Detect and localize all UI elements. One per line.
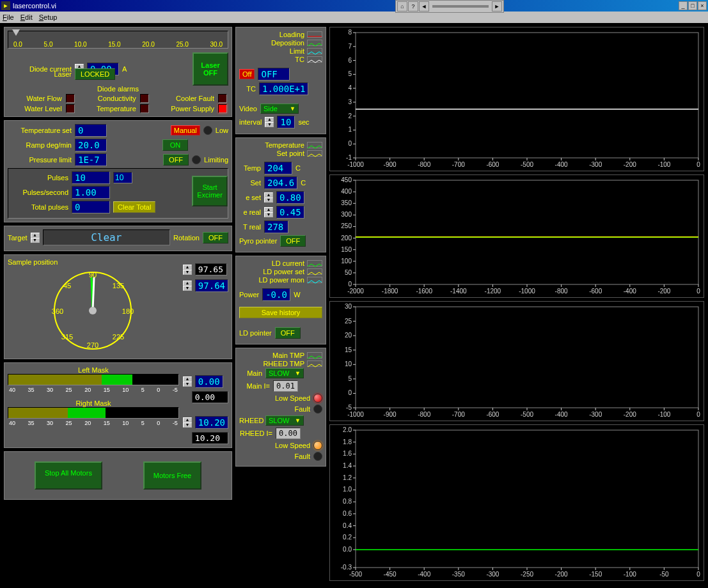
svg-text:-700: -700 [452,411,465,418]
loading-legend-panel: Loading Deposition Limit TC OffOFF TC1.0… [235,27,326,134]
tmp-panel: Main TMP RHEED TMP MainSLOW Main I=0.01 … [235,348,326,467]
motors-free-button[interactable]: Motors Free [143,461,201,490]
interval-stepper[interactable]: ▲▼ [265,117,274,127]
laser-off-button[interactable]: Laser OFF [193,52,228,86]
angle-gauge[interactable]: 9045135 360180 315225270 [48,266,138,355]
pulses-value[interactable]: 10 [72,171,110,184]
svg-point-11 [89,307,97,314]
svg-rect-138 [356,430,698,568]
right-mask-stepper[interactable]: ▲▼ [183,417,192,428]
ld-chart[interactable]: -5051015202530-1000-900-800-700-600-500-… [329,301,704,421]
eset-stepper[interactable]: ▲▼ [264,192,273,203]
eset-value[interactable]: 0.80 [276,191,304,204]
pos2-stepper[interactable]: ▲▼ [183,281,192,291]
off-button[interactable]: Off [239,69,255,79]
svg-text:15: 15 [345,346,352,353]
svg-rect-13 [356,33,698,158]
save-history-button[interactable]: Save history [239,307,322,318]
interval-value[interactable]: 10 [277,116,295,128]
svg-text:180: 180 [122,307,134,315]
svg-text:400: 400 [341,188,352,195]
prev-icon[interactable]: ◄ [419,1,429,12]
video-select[interactable]: Side [260,104,299,114]
target-value[interactable]: Clear [43,229,170,245]
right-mask-val1[interactable]: 10.20 [195,416,228,429]
temp-set-value[interactable]: 0 [75,124,107,137]
svg-text:1.2: 1.2 [343,474,352,481]
ramp-on-button[interactable]: ON [162,139,188,151]
left-mask-stepper[interactable]: ▲▼ [183,376,192,387]
minimize-button[interactable]: _ [679,1,688,10]
pos1-stepper[interactable]: ▲▼ [183,265,192,275]
target-stepper[interactable]: ▲▼ [31,233,40,243]
start-excimer-button[interactable]: Start Excimer [192,176,228,206]
rheed-select[interactable]: SLOW [265,415,304,426]
legend-deposition: Deposition [271,39,304,47]
pps-value[interactable]: 1.00 [72,186,110,199]
ramp-value[interactable]: 20.0 [75,139,107,151]
svg-text:-800: -800 [555,288,568,295]
tool-icon[interactable]: ⌂ [397,1,407,12]
set-value: 204.6 [264,176,297,189]
low-led [203,126,212,135]
legend-limit: Limit [290,47,304,55]
svg-text:-300: -300 [589,411,602,418]
pyro-button[interactable]: OFF [280,235,306,247]
left-mask-val1[interactable]: 0.00 [195,375,223,388]
video-label: Video [239,105,257,112]
svg-text:0.4: 0.4 [343,522,352,529]
slider-thumb-icon[interactable] [12,29,20,36]
left-mask-bar[interactable] [8,374,179,385]
main-low-speed-led [313,394,322,403]
legend-tc: TC [295,56,304,63]
help-icon[interactable]: ? [408,1,418,12]
close-button[interactable]: × [698,1,707,10]
svg-text:45: 45 [63,282,71,290]
menu-setup[interactable]: Setup [39,13,58,21]
maximize-button[interactable]: □ [688,1,697,10]
off-value: OFF [258,68,290,81]
right-mask-val2: 10.20 [192,432,228,444]
pressure-limit-off-button[interactable]: OFF [163,154,189,166]
clear-total-button[interactable]: Clear Total [113,201,155,213]
svg-text:315: 315 [61,333,73,341]
svg-text:200: 200 [341,235,352,242]
svg-text:-1600: -1600 [416,288,432,295]
temperature-chart[interactable]: 050100150200250300350400450-2000-1800-16… [329,174,704,298]
ld-pointer-button[interactable]: OFF [275,327,301,339]
rheed-low-speed-label: Low Speed [275,442,310,449]
main-select[interactable]: SLOW [265,368,304,378]
svg-text:2.0: 2.0 [343,426,352,433]
limiting-led [192,155,201,164]
svg-text:-500: -500 [349,571,362,578]
svg-text:270: 270 [87,341,98,349]
toolbar-slider[interactable] [432,5,489,8]
rotation-button[interactable]: OFF [203,232,228,244]
svg-text:300: 300 [341,211,352,218]
target-label: Target [8,234,28,242]
total-pulses-label: Total pulses [11,203,68,211]
eset-label: e set [239,194,261,201]
right-mask-bar[interactable] [8,407,179,419]
menu-file[interactable]: File [3,13,14,21]
svg-text:6: 6 [348,57,352,64]
sample-pos1[interactable]: 97.65 [195,263,227,275]
diode-current-slider[interactable]: 0.05.010.015.020.025.030.0 [8,31,228,49]
menu-edit[interactable]: Edit [20,13,33,21]
next-icon[interactable]: ► [492,1,502,12]
loading-chart[interactable]: -1012345678-1000-900-800-700-600-500-400… [329,27,704,171]
limiting-label: Limiting [204,156,228,164]
main-label: Main [239,369,262,377]
manual-button[interactable]: Manual [171,125,200,135]
rheed-i-label: RHEED I= [239,429,272,437]
sample-pos2[interactable]: 97.64 [195,279,228,292]
tmp-chart[interactable]: -0.30.00.20.40.60.81.01.21.41.61.82.0-50… [329,424,704,581]
floating-toolbar[interactable]: ⌂ ? ◄ ► [395,0,504,13]
pressure-limit-value[interactable]: 1E-7 [75,153,107,166]
ereal-stepper[interactable]: ▲▼ [264,207,273,217]
svg-text:0.0: 0.0 [343,546,352,553]
temp-readout-panel: Temperature Set point Temp204C Set204.6C… [235,137,326,252]
ereal-value[interactable]: 0.45 [276,206,304,219]
stop-all-motors-button[interactable]: Stop All Motors [35,461,102,490]
main-fault-led [313,405,322,414]
